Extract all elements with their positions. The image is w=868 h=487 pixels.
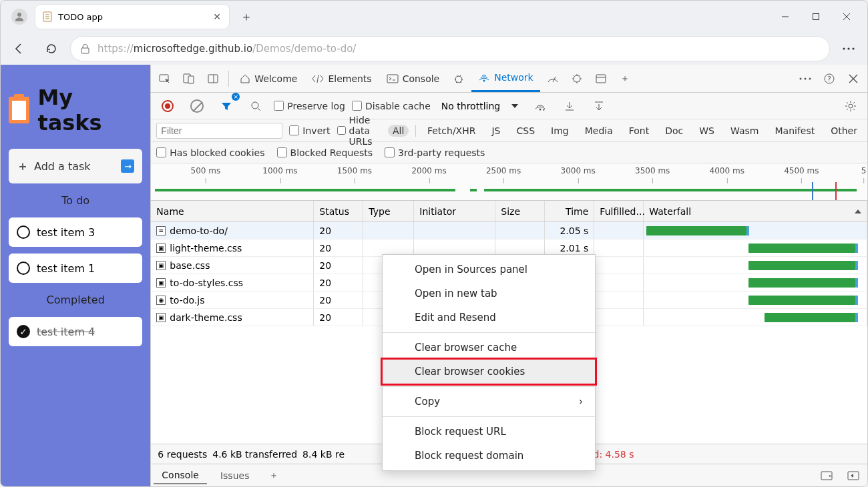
ctx-block-url[interactable]: Block request URL: [383, 420, 595, 444]
todo-app: My tasks ＋ Add a task → To do test item …: [1, 65, 150, 486]
col-size[interactable]: Size: [495, 201, 545, 221]
filter-toggle-button[interactable]: ×: [215, 95, 238, 117]
col-time[interactable]: Time: [545, 201, 594, 221]
type-filter[interactable]: Wasm: [726, 125, 763, 137]
col-waterfall[interactable]: Waterfall: [644, 201, 867, 221]
blocked-requests-checkbox[interactable]: Blocked Requests: [277, 147, 373, 158]
checkbox-done-icon[interactable]: [17, 325, 30, 338]
close-devtools-button[interactable]: [842, 67, 865, 90]
network-conditions-icon[interactable]: [529, 95, 552, 117]
tab-network[interactable]: Network: [471, 65, 539, 92]
type-filter[interactable]: Doc: [660, 125, 688, 137]
network-row[interactable]: ≡demo-to-do/ 20 2.05 s: [151, 222, 867, 239]
performance-icon[interactable]: [541, 67, 564, 90]
svg-point-31: [252, 102, 258, 109]
context-menu: Open in Sources panel Open in new tab Ed…: [382, 254, 596, 471]
ctx-open-sources[interactable]: Open in Sources panel: [383, 258, 595, 282]
application-icon[interactable]: [590, 67, 612, 90]
search-button[interactable]: [244, 95, 267, 117]
bug-icon[interactable]: [447, 67, 470, 90]
task-item[interactable]: test item 4: [9, 317, 142, 346]
submit-arrow-icon[interactable]: →: [121, 159, 134, 173]
network-timeline[interactable]: 500 ms 1000 ms 1500 ms 2000 ms 2500 ms 3…: [151, 163, 867, 201]
svg-text:?: ?: [827, 75, 831, 83]
settings-icon[interactable]: [839, 95, 862, 117]
browser-tab[interactable]: TODO app ✕: [35, 5, 229, 29]
minimize-button[interactable]: [770, 5, 801, 29]
inspect-icon[interactable]: [154, 67, 176, 90]
close-window-button[interactable]: [831, 5, 862, 29]
col-initiator[interactable]: Initiator: [414, 201, 495, 221]
new-tab-button[interactable]: ＋: [234, 5, 258, 29]
record-button[interactable]: [156, 95, 179, 117]
type-filter[interactable]: Manifest: [770, 125, 819, 137]
add-task-button[interactable]: ＋ Add a task →: [9, 149, 142, 183]
ctx-copy[interactable]: Copy›: [383, 390, 595, 414]
drawer-add-tab[interactable]: ＋: [262, 464, 285, 487]
device-icon[interactable]: [178, 67, 200, 90]
export-icon[interactable]: [588, 95, 610, 117]
type-filter[interactable]: JS: [487, 125, 505, 137]
section-todo: To do: [9, 190, 142, 211]
ctx-open-tab[interactable]: Open in new tab: [383, 282, 595, 306]
dock-icon[interactable]: [202, 67, 224, 90]
blocked-cookies-checkbox[interactable]: Has blocked cookies: [156, 147, 264, 158]
col-status[interactable]: Status: [314, 201, 363, 221]
waterfall-cell: [644, 292, 867, 308]
drawer-dock-icon[interactable]: [815, 464, 838, 487]
tab-welcome[interactable]: Welcome: [233, 65, 304, 92]
back-button[interactable]: [6, 35, 33, 62]
memory-icon[interactable]: [566, 67, 588, 90]
task-item[interactable]: test item 3: [9, 217, 142, 247]
type-filter[interactable]: Font: [624, 125, 654, 137]
col-name[interactable]: Name: [151, 201, 314, 221]
tab-console[interactable]: Console: [380, 65, 447, 92]
status-cell: 20: [314, 257, 363, 274]
waterfall-cell: [644, 274, 867, 291]
third-party-checkbox[interactable]: 3rd-party requests: [385, 147, 485, 158]
file-icon: ▣: [156, 244, 166, 253]
type-filter[interactable]: CSS: [511, 125, 539, 137]
throttling-select[interactable]: No throttling: [437, 99, 522, 113]
preserve-log-checkbox[interactable]: Preserve log: [274, 101, 345, 111]
drawer-issues-tab[interactable]: Issues: [212, 468, 258, 484]
checkbox-icon[interactable]: [17, 262, 30, 275]
devtools-menu-button[interactable]: [794, 67, 817, 90]
col-type[interactable]: Type: [363, 201, 414, 221]
svg-rect-18: [387, 75, 398, 83]
invert-checkbox[interactable]: Invert: [289, 125, 330, 136]
ctx-clear-cookies[interactable]: Clear browser cookies: [381, 358, 597, 386]
task-label: test item 1: [37, 262, 95, 275]
titlebar: TODO app ✕ ＋: [1, 1, 867, 33]
drawer-collapse-icon[interactable]: [842, 464, 865, 487]
type-filter-all[interactable]: All: [388, 125, 409, 137]
type-filter[interactable]: Fetch/XHR: [423, 125, 481, 137]
type-filter[interactable]: Other: [826, 125, 862, 137]
network-toolbar: × Preserve log Disable cache No throttli…: [151, 93, 867, 119]
type-filter[interactable]: Img: [546, 125, 574, 137]
ctx-clear-cache[interactable]: Clear browser cache: [383, 336, 595, 360]
browser-menu-button[interactable]: [835, 35, 862, 62]
profile-avatar[interactable]: [11, 9, 27, 25]
disable-cache-checkbox[interactable]: Disable cache: [352, 101, 431, 111]
more-tabs-button[interactable]: ＋: [614, 67, 636, 90]
checkbox-icon[interactable]: [17, 225, 30, 239]
type-filter[interactable]: WS: [694, 125, 719, 137]
drawer-console-tab[interactable]: Console: [154, 467, 207, 484]
clear-button[interactable]: [186, 95, 208, 117]
task-item[interactable]: test item 1: [9, 254, 142, 283]
refresh-button[interactable]: [38, 35, 65, 62]
ctx-block-domain[interactable]: Block request domain: [383, 444, 595, 468]
file-name: light-theme.css: [170, 243, 242, 254]
import-icon[interactable]: [558, 95, 581, 117]
ctx-edit-resend[interactable]: Edit and Resend: [383, 306, 595, 330]
col-fulfilled[interactable]: Fulfilled...: [594, 201, 644, 221]
help-icon[interactable]: ?: [818, 67, 841, 90]
tab-elements[interactable]: Elements: [305, 65, 378, 92]
address-bar[interactable]: https://microsoftedge.github.io/Demos/de…: [70, 36, 830, 61]
filter-input[interactable]: [156, 123, 282, 139]
maximize-button[interactable]: [801, 5, 831, 29]
tab-close-button[interactable]: ✕: [212, 11, 222, 22]
type-filter[interactable]: Media: [580, 125, 618, 137]
lock-icon: [80, 43, 91, 54]
